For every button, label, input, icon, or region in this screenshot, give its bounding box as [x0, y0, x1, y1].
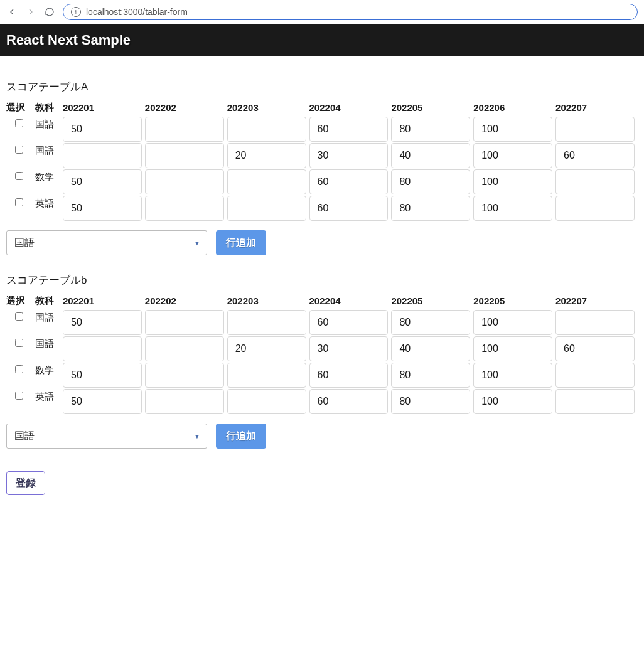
- score-input[interactable]: [145, 363, 224, 388]
- score-input[interactable]: [227, 143, 306, 168]
- score-cell: [145, 169, 227, 195]
- score-cell: [145, 116, 227, 142]
- score-input[interactable]: [309, 169, 389, 194]
- select-cell: [6, 388, 35, 415]
- score-input[interactable]: [391, 117, 470, 142]
- score-cell: [145, 309, 227, 336]
- score-input[interactable]: [145, 389, 224, 414]
- info-icon[interactable]: i: [71, 7, 81, 17]
- col-month: 202204: [309, 292, 392, 309]
- score-input[interactable]: [227, 117, 306, 142]
- score-input[interactable]: [391, 143, 470, 168]
- score-input[interactable]: [555, 310, 635, 335]
- score-input[interactable]: [473, 336, 552, 361]
- score-input[interactable]: [63, 310, 142, 335]
- row-checkbox[interactable]: [15, 365, 23, 373]
- score-input[interactable]: [555, 363, 635, 388]
- select-cell: [6, 169, 35, 195]
- score-input[interactable]: [309, 310, 389, 335]
- score-input[interactable]: [309, 196, 389, 221]
- score-input[interactable]: [145, 169, 224, 194]
- score-table-b: 選択 教科 202201 202202 202203 202204 202205…: [6, 292, 638, 415]
- score-cell: [63, 336, 145, 362]
- score-input[interactable]: [63, 389, 142, 414]
- score-input[interactable]: [145, 196, 224, 221]
- score-input[interactable]: [63, 169, 142, 194]
- score-input[interactable]: [391, 169, 470, 194]
- score-input[interactable]: [309, 143, 389, 168]
- score-cell: [473, 195, 555, 221]
- score-input[interactable]: [555, 169, 635, 194]
- table-row: 数学: [6, 169, 638, 195]
- score-input[interactable]: [391, 310, 470, 335]
- score-input[interactable]: [391, 363, 470, 388]
- score-input[interactable]: [473, 143, 552, 168]
- score-input[interactable]: [145, 336, 224, 361]
- subject-select-b[interactable]: 国語 ▼: [6, 424, 207, 449]
- score-input[interactable]: [63, 363, 142, 388]
- score-input[interactable]: [227, 389, 306, 414]
- row-checkbox[interactable]: [15, 339, 23, 347]
- subject-cell: 国語: [35, 142, 63, 169]
- score-cell: [555, 116, 638, 142]
- score-input[interactable]: [473, 169, 552, 194]
- score-input[interactable]: [473, 117, 552, 142]
- score-input[interactable]: [63, 196, 142, 221]
- back-icon[interactable]: [6, 6, 18, 18]
- add-row-button-b[interactable]: 行追加: [216, 424, 266, 449]
- app-title: React Next Sample: [6, 32, 131, 48]
- row-checkbox[interactable]: [15, 312, 23, 321]
- score-cell: [309, 142, 392, 169]
- score-input[interactable]: [227, 169, 306, 194]
- score-input[interactable]: [473, 196, 552, 221]
- score-cell: [391, 195, 473, 221]
- score-input[interactable]: [391, 336, 470, 361]
- subject-select-a[interactable]: 国語 ▼: [6, 230, 207, 255]
- select-cell: [6, 116, 35, 142]
- url-bar[interactable]: i localhost:3000/tablar-form: [63, 4, 638, 20]
- col-month: 202205: [391, 99, 473, 116]
- score-input[interactable]: [555, 117, 635, 142]
- score-input[interactable]: [555, 196, 635, 221]
- score-input[interactable]: [391, 389, 470, 414]
- score-input[interactable]: [473, 389, 552, 414]
- add-row-button-a[interactable]: 行追加: [216, 230, 266, 255]
- score-input[interactable]: [555, 143, 635, 168]
- score-input[interactable]: [145, 143, 224, 168]
- submit-button[interactable]: 登録: [6, 471, 45, 495]
- score-input[interactable]: [473, 310, 552, 335]
- score-cell: [63, 362, 145, 388]
- row-checkbox[interactable]: [15, 198, 23, 206]
- subject-cell: 数学: [35, 169, 63, 195]
- score-input[interactable]: [145, 117, 224, 142]
- score-input[interactable]: [473, 363, 552, 388]
- score-input[interactable]: [227, 363, 306, 388]
- col-subject: 教科: [35, 292, 63, 309]
- url-text: localhost:3000/tablar-form: [86, 7, 188, 17]
- forward-icon[interactable]: [25, 6, 36, 18]
- row-checkbox[interactable]: [15, 392, 23, 400]
- score-input[interactable]: [555, 336, 635, 361]
- score-input[interactable]: [391, 196, 470, 221]
- score-input[interactable]: [227, 196, 306, 221]
- row-checkbox[interactable]: [15, 146, 23, 154]
- score-cell: [555, 336, 638, 362]
- score-input[interactable]: [309, 389, 389, 414]
- row-checkbox[interactable]: [15, 119, 23, 127]
- score-input[interactable]: [227, 310, 306, 335]
- score-input[interactable]: [309, 117, 389, 142]
- score-input[interactable]: [63, 143, 142, 168]
- score-cell: [227, 362, 309, 388]
- score-input[interactable]: [63, 117, 142, 142]
- score-input[interactable]: [555, 389, 635, 414]
- score-input[interactable]: [63, 336, 142, 361]
- score-input[interactable]: [227, 336, 306, 361]
- row-checkbox[interactable]: [15, 172, 23, 180]
- score-table-a: 選択 教科 202201 202202 202203 202204 202205…: [6, 99, 638, 221]
- score-input[interactable]: [145, 310, 224, 335]
- score-cell: [227, 388, 309, 415]
- score-input[interactable]: [309, 363, 389, 388]
- score-input[interactable]: [309, 336, 389, 361]
- reload-icon[interactable]: [44, 6, 55, 18]
- score-cell: [63, 142, 145, 169]
